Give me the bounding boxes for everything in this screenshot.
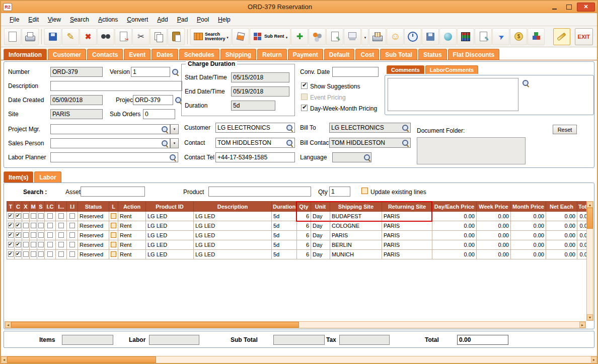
add-button[interactable]	[291, 28, 308, 45]
sub-total-field[interactable]	[273, 335, 325, 345]
cell-status[interactable]: Reserved	[78, 250, 109, 259]
notes-button[interactable]	[344, 28, 361, 45]
tab-item-s[interactable]: Item(s)	[4, 171, 33, 183]
scrollbar-thumb[interactable]	[587, 208, 593, 229]
checkbox-cell[interactable]	[56, 240, 67, 250]
cell-action[interactable]: Rent	[118, 231, 146, 240]
column-header[interactable]: S	[37, 202, 45, 212]
checkbox-cell[interactable]	[67, 231, 78, 240]
cell-description[interactable]: LG LED	[194, 231, 272, 240]
cell-qty[interactable]: 6	[297, 212, 311, 221]
bill-to-field[interactable]	[329, 123, 411, 133]
document-folder-box[interactable]	[417, 137, 526, 164]
cell-day-each-price[interactable]: 0.00	[432, 250, 477, 259]
cell-returning-site[interactable]: PARIS	[382, 240, 432, 250]
cell-status[interactable]: Reserved	[78, 231, 109, 240]
cell-product-id[interactable]: LG LED	[146, 212, 194, 221]
checkbox-cell[interactable]	[56, 250, 67, 259]
row-checkbox[interactable]	[58, 251, 64, 257]
row-checkbox[interactable]	[69, 251, 75, 257]
row-checkbox[interactable]	[47, 223, 53, 228]
tab-cost[interactable]: Cost	[355, 49, 379, 60]
row-l-checkbox[interactable]	[111, 213, 116, 219]
cell-l-check[interactable]	[109, 231, 118, 240]
conv-date-field[interactable]	[332, 67, 379, 77]
row-checkbox[interactable]	[16, 242, 21, 247]
checkbox-cell[interactable]	[22, 231, 30, 240]
column-header[interactable]: I.I	[67, 202, 78, 212]
row-checkbox[interactable]	[38, 251, 44, 257]
sales-person-dropdown-button[interactable]	[170, 138, 179, 148]
print-button[interactable]	[22, 28, 39, 45]
save-as-button[interactable]	[422, 28, 439, 45]
cell-shipping-site[interactable]: MUNICH	[330, 250, 382, 259]
row-checkbox[interactable]	[69, 213, 75, 219]
cell-action[interactable]: Rent	[118, 212, 146, 221]
row-checkbox[interactable]	[23, 213, 29, 219]
qty-input[interactable]	[329, 187, 350, 197]
checkbox-cell[interactable]	[22, 212, 30, 221]
menu-search[interactable]: Search	[65, 15, 94, 25]
tab-return[interactable]: Return	[257, 49, 287, 60]
tab-customer[interactable]: Customer	[48, 49, 86, 60]
cell-product-id[interactable]: LG LED	[146, 231, 194, 240]
checkbox-cell[interactable]	[45, 221, 56, 231]
dropdown-arrow-icon[interactable]	[226, 33, 229, 40]
checkbox-cell[interactable]	[67, 240, 78, 250]
row-checkbox[interactable]	[16, 251, 21, 257]
row-checkbox[interactable]	[58, 232, 64, 238]
smiley-button[interactable]	[387, 28, 404, 45]
checkbox-cell[interactable]	[37, 240, 45, 250]
cut-document-button[interactable]	[115, 28, 132, 45]
comments-search-icon[interactable]	[522, 79, 530, 87]
delete-button[interactable]	[80, 28, 97, 45]
cell-net-each[interactable]: 0.00	[546, 231, 577, 240]
menu-edit[interactable]: Edit	[24, 15, 43, 25]
cell-day-each-price[interactable]: 0.00	[432, 212, 477, 221]
checkbox-cell[interactable]	[30, 240, 37, 250]
spheres-button[interactable]	[309, 28, 326, 45]
cell-month-price[interactable]: 0.00	[511, 212, 546, 221]
column-header[interactable]: Duration	[272, 202, 297, 212]
cell-shipping-site[interactable]: BERLIN	[330, 240, 382, 250]
row-checkbox[interactable]	[69, 223, 75, 228]
checkbox-cell[interactable]	[15, 240, 22, 250]
menu-pad[interactable]: Pad	[173, 15, 192, 25]
row-checkbox[interactable]	[31, 223, 36, 228]
tab-flat-discounts[interactable]: Flat Discounts	[448, 49, 500, 60]
cell-day-each-price[interactable]: 0.00	[432, 221, 477, 231]
language-search-icon[interactable]	[363, 154, 371, 161]
asset-input[interactable]	[81, 187, 145, 197]
checkbox-cell[interactable]	[45, 250, 56, 259]
column-header[interactable]: Day/Each Price	[432, 202, 477, 212]
cell-status[interactable]: Reserved	[78, 212, 109, 221]
exit-button[interactable]: EXIT	[575, 28, 593, 45]
version-search-icon[interactable]	[172, 68, 179, 76]
cell-net-each[interactable]: 0.00	[546, 212, 577, 221]
cell-month-price[interactable]: 0.00	[511, 250, 546, 259]
product-input[interactable]	[208, 187, 311, 197]
cell-net-each[interactable]: 0.00	[546, 240, 577, 250]
checkbox-cell[interactable]	[56, 212, 67, 221]
contact-search-icon[interactable]	[286, 139, 293, 147]
checkbox-cell[interactable]	[15, 250, 22, 259]
cell-net-each[interactable]: 0.00	[546, 221, 577, 231]
contact-tel-field[interactable]	[215, 152, 295, 162]
cell-description[interactable]: LG LED	[194, 221, 272, 231]
cell-qty[interactable]: 6	[297, 231, 311, 240]
row-checkbox[interactable]	[16, 223, 21, 228]
row-checkbox[interactable]	[58, 213, 64, 219]
checkbox-cell[interactable]	[37, 250, 45, 259]
tax-field[interactable]	[339, 335, 390, 345]
version-field[interactable]	[131, 67, 170, 77]
checkbox-cell[interactable]	[30, 221, 37, 231]
cell-week-price[interactable]: 0.00	[477, 221, 511, 231]
tab-laborcomments[interactable]: LaborComments	[425, 65, 478, 74]
cubes-button[interactable]	[528, 28, 545, 45]
cell-duration[interactable]: 5d	[272, 240, 297, 250]
scroll-up-arrow[interactable]	[587, 202, 593, 208]
scroll-left-arrow[interactable]	[1, 356, 7, 362]
row-checkbox[interactable]	[69, 242, 75, 247]
checkbox-cell[interactable]	[22, 250, 30, 259]
horizontal-scrollbar[interactable]	[5, 321, 586, 328]
